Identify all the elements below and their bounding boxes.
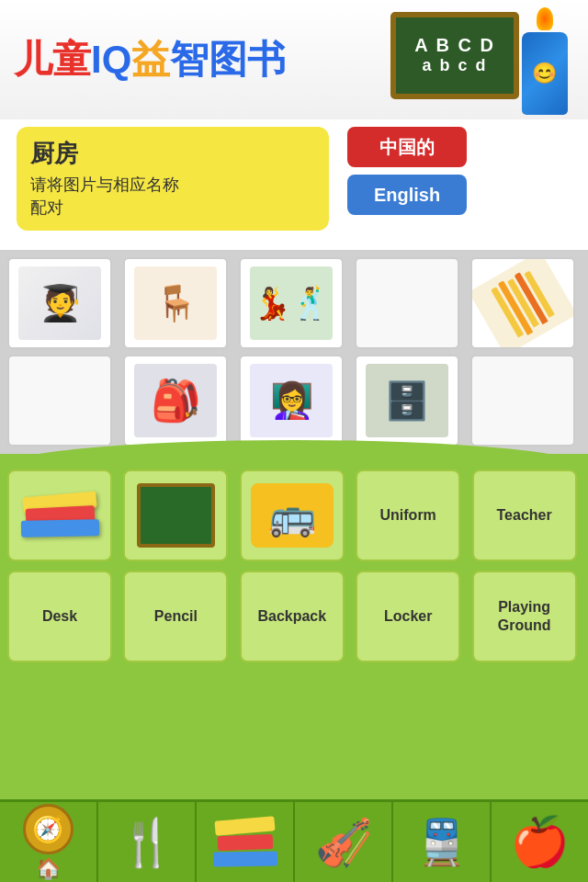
image-cell-backpack[interactable]: 🎒 [123, 355, 228, 447]
blackboard-image [137, 483, 215, 548]
instruction-row: 厨房 请将图片与相应名称配对 中国的 English [0, 119, 588, 245]
violin-icon: 🎻 [315, 816, 372, 869]
flame-icon [537, 7, 553, 30]
image-cell-empty3[interactable] [470, 355, 575, 447]
language-buttons: 中国的 English [347, 127, 467, 215]
nav-item-books[interactable] [197, 802, 295, 882]
answer-cell-teacher[interactable]: Teacher [472, 469, 577, 561]
image-cell-desk[interactable]: 🪑 [123, 257, 228, 349]
mascot-area: A B C D a b c d 😊 [390, 3, 574, 118]
desk-label: Desk [38, 603, 82, 631]
top-section: 儿童IQ益智图书 A B C D a b c d 😊 厨房 [0, 0, 588, 250]
answer-cell-desk[interactable]: Desk [7, 571, 112, 662]
image-cell-lockers[interactable]: 🗄️ [355, 355, 459, 447]
image-cell-empty2[interactable] [7, 355, 112, 447]
answer-cell-bus[interactable]: 🚌 [240, 469, 345, 561]
uniform-label: Uniform [376, 502, 441, 530]
english-button[interactable]: English [347, 175, 467, 215]
nav-item-apple[interactable]: 🍎 [492, 802, 588, 882]
books-nav [213, 819, 277, 866]
app-title: 儿童IQ益智图书 [14, 34, 390, 85]
backpack-image: 🎒 [134, 364, 217, 437]
image-cell-pencils[interactable] [470, 257, 575, 349]
answer-cell-locker[interactable]: Locker [356, 571, 460, 662]
answer-cell-books[interactable] [7, 469, 112, 561]
school-bus-image: 🚌 [251, 483, 334, 548]
answer-cell-blackboard[interactable] [123, 469, 228, 561]
title-iq: IQ [91, 38, 131, 81]
app-container: 儿童IQ益智图书 A B C D a b c d 😊 厨房 [0, 0, 588, 882]
matching-area: 🧑‍🎓 🪑 💃🕺 [0, 250, 588, 454]
answer-cell-uniform[interactable]: Uniform [356, 469, 460, 561]
chalkboard: A B C D a b c d [390, 12, 519, 99]
image-cell-teacher[interactable]: 👩‍🏫 [239, 355, 344, 447]
title-chinese-chars: 儿童 [14, 38, 91, 81]
home-icon: 🏠 [36, 857, 61, 881]
bottom-nav: 🧭 🏠 🍴 🎻 🚆 🍎 [0, 799, 588, 882]
top-image-grid: 🧑‍🎓 🪑 💃🕺 [7, 257, 581, 349]
chalkboard-line2: a b c d [422, 56, 487, 75]
answer-cell-playing-ground[interactable]: Playing Ground [472, 571, 577, 662]
nav-item-violin[interactable]: 🎻 [295, 802, 393, 882]
chalkboard-line1: A B C D [414, 35, 495, 56]
instruction-title: 厨房 [30, 138, 315, 170]
lockers-image: 🗄️ [366, 364, 448, 437]
fork-icon: 🍴 [119, 816, 175, 869]
answer-cell-pencil[interactable]: Pencil [123, 571, 228, 662]
header: 儿童IQ益智图书 A B C D a b c d 😊 [0, 0, 588, 119]
nav-item-train[interactable]: 🚆 [393, 802, 492, 882]
backpack-label: Backpack [253, 603, 331, 631]
instruction-text: 请将图片与相应名称配对 [30, 174, 315, 220]
title-zhi: 智 [170, 38, 209, 81]
nav-item-food[interactable]: 🍴 [98, 802, 197, 882]
answer-cell-backpack-text[interactable]: Backpack [240, 571, 345, 662]
title-tushu: 图书 [209, 38, 286, 81]
image-cell-students[interactable]: 🧑‍🎓 [7, 257, 112, 349]
teacher-image: 👩‍🏫 [250, 364, 333, 437]
desk-image: 🪑 [134, 266, 217, 340]
books-stack [18, 477, 101, 555]
pencil-label: Pencil [150, 603, 202, 631]
instruction-box: 厨房 请将图片与相应名称配对 [17, 127, 329, 231]
candle-face: 😊 [532, 62, 557, 85]
image-cell-playing[interactable]: 💃🕺 [239, 257, 344, 349]
apple-icon: 🍎 [510, 814, 570, 870]
teacher-label: Teacher [492, 502, 557, 530]
answer-grid-row1: 🚌 Uniform Teacher [7, 469, 581, 561]
pencils-image [470, 257, 575, 349]
home-nav: 🧭 🏠 [23, 804, 74, 881]
compass-icon: 🧭 [23, 804, 74, 854]
nav-item-home[interactable]: 🧭 🏠 [0, 802, 98, 882]
mascot-candle: 😊 [514, 7, 574, 118]
image-cell-empty1[interactable] [355, 257, 459, 349]
candle-body: 😊 [522, 32, 568, 115]
students-image: 🧑‍🎓 [18, 266, 101, 340]
title-yi: 益 [131, 38, 170, 81]
locker-label: Locker [379, 603, 436, 631]
playing-image: 💃🕺 [250, 266, 333, 340]
title-area: 儿童IQ益智图书 [14, 34, 390, 85]
train-icon: 🚆 [414, 817, 469, 868]
middle-image-grid: 🎒 👩‍🏫 🗄️ [7, 355, 581, 447]
chinese-button[interactable]: 中国的 [347, 127, 467, 167]
playing-ground-label: Playing Ground [474, 594, 575, 641]
answer-grid-row2: Desk Pencil Backpack Locker Playing Grou… [7, 571, 581, 662]
